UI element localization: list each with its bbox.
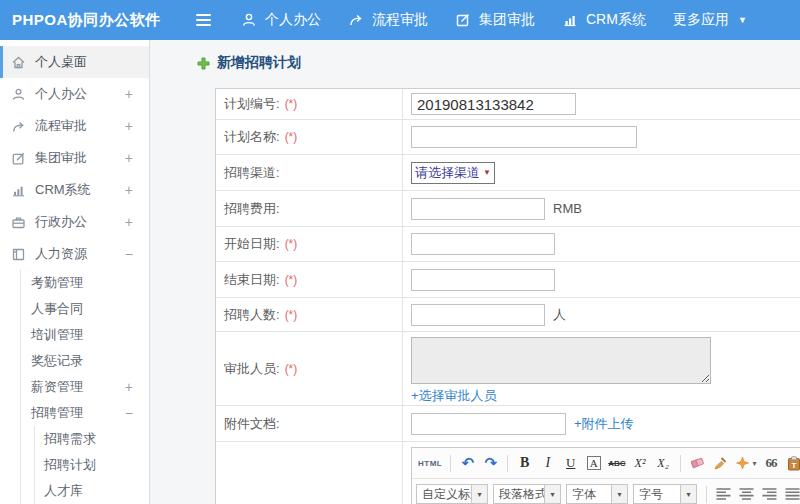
- approvers-textarea[interactable]: [411, 337, 711, 384]
- cost-unit: RMB: [553, 201, 582, 216]
- brand-title: PHPOA协同办公软件: [0, 11, 186, 30]
- sidebar-item-label: 个人办公: [35, 85, 87, 103]
- toolbar-underline-button[interactable]: U: [560, 453, 581, 473]
- sidebar-subitem-label: 招聘计划: [44, 456, 96, 474]
- toolbar-html-source-button[interactable]: HTML: [416, 453, 444, 473]
- sparkle-icon: [735, 456, 750, 470]
- start-date-label: 开始日期:: [224, 235, 280, 253]
- sidebar-subitem-label: 奖惩记录: [31, 352, 83, 370]
- toolbar-separator: [680, 455, 681, 472]
- sidebar-item-personal-office[interactable]: 个人办公 +: [0, 78, 149, 110]
- toolbar-subscript-button[interactable]: X₂: [653, 453, 674, 473]
- sidebar-item-label: 流程审批: [35, 117, 87, 135]
- toolbar-paste-text-button[interactable]: T: [784, 453, 800, 473]
- toolbar-undo-button[interactable]: ↶: [457, 453, 478, 473]
- align-left-icon: [716, 488, 731, 500]
- channel-select[interactable]: 请选择渠道 ▼: [411, 162, 495, 184]
- required-mark: (*): [285, 97, 298, 111]
- rich-text-editor: HTML ↶ ↷ B I U A ABC X² X₂: [411, 447, 800, 504]
- sidebar-subitem-attendance[interactable]: 考勤管理: [21, 270, 149, 296]
- sidebar-item-desktop[interactable]: 个人桌面: [0, 46, 149, 78]
- page-title-text: 新增招聘计划: [217, 54, 301, 72]
- toolbar-paint-format-button[interactable]: ▾: [733, 453, 759, 473]
- sidebar-item-group-approval[interactable]: 集团审批 +: [0, 142, 149, 174]
- caret-down-icon: ▾: [753, 459, 757, 468]
- nav-item-crm[interactable]: CRM系统: [562, 11, 646, 29]
- headcount-label: 招聘人数:: [224, 306, 280, 324]
- align-left-button[interactable]: [713, 484, 734, 504]
- sidebar-subitem-recruit-plan[interactable]: 招聘计划: [35, 452, 149, 478]
- form-row-attachment: 附件文档: +附件上传: [216, 406, 800, 442]
- sidebar-subitem-recruitment[interactable]: 招聘管理 −: [21, 400, 149, 426]
- sidebar-subitem-rewards[interactable]: 奖惩记录: [21, 348, 149, 374]
- form-row-cost: 招聘费用: RMB: [216, 191, 800, 227]
- attachment-upload-link[interactable]: +附件上传: [574, 415, 634, 433]
- attachment-input[interactable]: [411, 413, 566, 435]
- toolbar-blockquote-button[interactable]: 66: [761, 453, 782, 473]
- nav-item-workflow-approval[interactable]: 流程审批: [348, 11, 428, 29]
- align-right-button[interactable]: [759, 484, 780, 504]
- sidebar-item-workflow-approval[interactable]: 流程审批 +: [0, 110, 149, 142]
- hr-submenu: 考勤管理 人事合同 培训管理 奖惩记录 薪资管理 + 招聘管理 − 招聘需求: [20, 270, 149, 504]
- nav-item-label: 流程审批: [372, 11, 428, 29]
- nav-item-personal-office[interactable]: 个人办公: [241, 11, 321, 29]
- top-navigation: 个人办公 流程审批 集团审批 CRM系统 更多应用: [241, 11, 747, 29]
- nav-item-group-approval[interactable]: 集团审批: [455, 11, 535, 29]
- toolbar-bold-button[interactable]: B: [514, 453, 535, 473]
- form-row-start-date: 开始日期: (*): [216, 227, 800, 262]
- toolbar-style-button[interactable]: A: [587, 456, 601, 470]
- form-row-headcount: 招聘人数: (*) 人: [216, 298, 800, 332]
- align-justify-button[interactable]: [782, 484, 800, 504]
- person-icon: [11, 87, 28, 102]
- caret-down-icon: ▾: [680, 485, 696, 503]
- toolbar-redo-button[interactable]: ↷: [480, 453, 501, 473]
- eraser-icon: [689, 456, 706, 470]
- headcount-input[interactable]: [411, 304, 545, 326]
- recruitment-submenu: 招聘需求 招聘计划 人才库: [34, 426, 149, 504]
- sidebar-item-crm[interactable]: CRM系统 +: [0, 174, 149, 206]
- align-center-button[interactable]: [736, 484, 757, 504]
- sidebar-subitem-salary[interactable]: 薪资管理 +: [21, 374, 149, 400]
- form-row-plan-name: 计划名称: (*): [216, 120, 800, 155]
- heading-select[interactable]: 自定义标题 ▾: [416, 484, 488, 504]
- sidebar-subitem-training[interactable]: 培训管理: [21, 322, 149, 348]
- required-mark: (*): [285, 237, 298, 251]
- expand-plus-icon: +: [125, 182, 133, 198]
- toolbar-separator: [706, 486, 707, 503]
- sidebar-subitem-label: 人事合同: [31, 300, 83, 318]
- sidebar-subitem-hr-contract[interactable]: 人事合同: [21, 296, 149, 322]
- caret-down-icon: ▾: [611, 485, 627, 503]
- expand-plus-icon: +: [125, 118, 133, 134]
- sidebar-subitem-label: 招聘管理: [31, 404, 83, 422]
- paragraph-select-value: 段落格式: [494, 486, 544, 503]
- plan-no-input[interactable]: [411, 93, 576, 115]
- toolbar-superscript-button[interactable]: X²: [630, 453, 651, 473]
- book-icon: [11, 247, 28, 262]
- sidebar-item-hr[interactable]: 人力资源 −: [0, 238, 149, 270]
- nav-item-more-apps[interactable]: 更多应用 ▼: [673, 11, 747, 29]
- required-mark: (*): [285, 308, 298, 322]
- start-date-input[interactable]: [411, 233, 555, 255]
- app-window: PHPOA协同办公软件 个人办公 流程审批 集团审批: [0, 0, 800, 504]
- sidebar-subitem-label: 薪资管理: [31, 378, 83, 396]
- sidebar-subitem-talent-pool[interactable]: 人才库: [35, 478, 149, 504]
- sidebar-item-admin-office[interactable]: 行政办公 +: [0, 206, 149, 238]
- toolbar-strikethrough-button[interactable]: ABC: [606, 453, 627, 473]
- paragraph-format-select[interactable]: 段落格式 ▾: [493, 484, 561, 504]
- font-size-select[interactable]: 字号 ▾: [633, 484, 697, 504]
- plan-name-input[interactable]: [411, 126, 637, 148]
- cost-input[interactable]: [411, 198, 545, 220]
- toolbar-italic-button[interactable]: I: [537, 453, 558, 473]
- sidebar-subitem-recruit-demand[interactable]: 招聘需求: [35, 426, 149, 452]
- font-family-select[interactable]: 字体 ▾: [566, 484, 628, 504]
- page-title: 新增招聘计划: [197, 54, 800, 72]
- svg-text:T: T: [792, 460, 797, 469]
- toolbar-format-brush-button[interactable]: [710, 453, 731, 473]
- choose-approvers-link[interactable]: +选择审批人员: [411, 387, 497, 405]
- expand-plus-icon: +: [125, 214, 133, 230]
- menu-icon[interactable]: [196, 14, 211, 26]
- sidebar: 个人桌面 个人办公 + 流程审批 + 集团审批 +: [0, 40, 150, 504]
- nav-item-label: 更多应用: [673, 11, 729, 29]
- end-date-input[interactable]: [411, 269, 555, 291]
- toolbar-remove-format-button[interactable]: [687, 453, 708, 473]
